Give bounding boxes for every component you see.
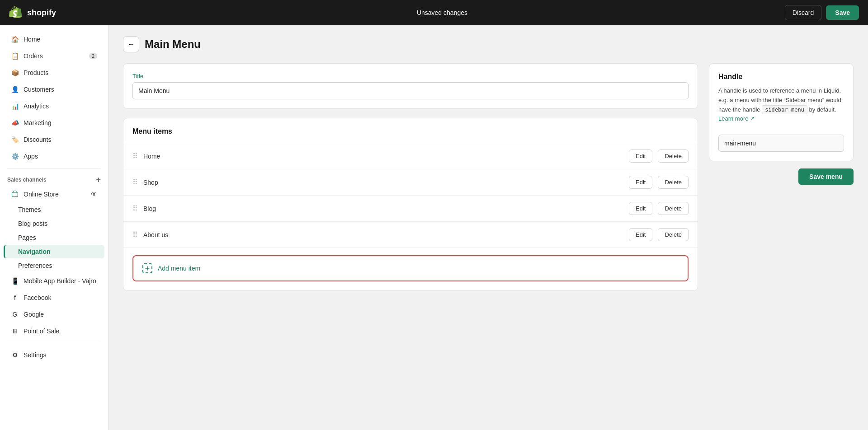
delete-about-button[interactable]: Delete (658, 228, 689, 241)
marketing-icon: 📣 (11, 119, 19, 127)
google-icon: G (11, 310, 19, 318)
online-store-icon (11, 190, 19, 198)
sidebar-item-preferences[interactable]: Preferences (4, 259, 104, 272)
mobile-app-label: Mobile App Builder - Vajro (24, 277, 96, 285)
discounts-icon: 🏷️ (11, 136, 19, 144)
menu-item-name: Blog (143, 205, 623, 212)
title-input[interactable] (132, 82, 689, 99)
menu-item-name: About us (143, 231, 623, 238)
products-icon: 📦 (11, 69, 19, 77)
drag-handle-icon[interactable]: ⠿ (132, 152, 138, 160)
drag-handle-icon[interactable]: ⠿ (132, 204, 138, 213)
add-sales-channel-button[interactable]: + (96, 176, 101, 184)
menu-items-card: Menu items ⠿ Home Edit Delete ⠿ Shop Edi… (123, 118, 698, 291)
table-row: ⠿ About us Edit Delete (123, 222, 698, 248)
sidebar-item-label: Orders (24, 52, 43, 60)
customers-icon: 👤 (11, 85, 19, 93)
navigation-label: Navigation (18, 248, 51, 255)
edit-about-button[interactable]: Edit (629, 228, 652, 241)
back-arrow-icon: ← (127, 40, 135, 48)
edit-shop-button[interactable]: Edit (629, 176, 652, 189)
topbar-unsaved-label: Unsaved changes (99, 9, 785, 16)
save-button[interactable]: Save (826, 5, 859, 20)
handle-description: A handle is used to reference a menu in … (718, 86, 844, 124)
preferences-label: Preferences (18, 262, 52, 269)
sidebar-item-online-store[interactable]: Online Store 👁 (4, 186, 104, 202)
home-icon: 🏠 (11, 35, 19, 43)
blog-posts-label: Blog posts (18, 220, 47, 227)
sidebar-item-apps[interactable]: ⚙️ Apps (4, 148, 104, 164)
handle-code-example: sidebar-menu (762, 105, 807, 114)
sidebar-item-label: Products (24, 69, 48, 76)
sidebar-item-discounts[interactable]: 🏷️ Discounts (4, 131, 104, 148)
drag-handle-icon[interactable]: ⠿ (132, 230, 138, 239)
sidebar-item-label: Apps (24, 153, 38, 160)
external-link-icon: ↗ (750, 115, 755, 122)
mobile-icon: 📱 (11, 277, 19, 285)
table-row: ⠿ Home Edit Delete (123, 143, 698, 169)
facebook-icon: f (11, 294, 19, 302)
sidebar-item-orders[interactable]: 📋 Orders 2 (4, 48, 104, 64)
add-menu-item-button[interactable]: Add menu item (132, 255, 689, 281)
menu-item-name: Shop (143, 179, 623, 186)
delete-blog-button[interactable]: Delete (658, 202, 689, 215)
add-item-dashed-icon (142, 263, 152, 273)
layout: 🏠 Home 📋 Orders 2 📦 Products 👤 Customers… (0, 25, 868, 430)
add-menu-item-label: Add menu item (158, 265, 200, 272)
sidebar-item-google[interactable]: G Google (4, 306, 104, 322)
handle-card: Handle A handle is used to reference a m… (709, 63, 854, 161)
title-card: Title (123, 63, 698, 109)
sidebar-divider-2 (7, 343, 101, 343)
content-grid: Title Menu items ⠿ Home Edit Delete ⠿ Sh… (123, 63, 854, 291)
sidebar-item-point-of-sale[interactable]: 🖥 Point of Sale (4, 323, 104, 339)
edit-blog-button[interactable]: Edit (629, 202, 652, 215)
sidebar-item-marketing[interactable]: 📣 Marketing (4, 115, 104, 131)
facebook-label: Facebook (24, 294, 51, 301)
pos-label: Point of Sale (24, 327, 59, 335)
main-content: ← Main Menu Title Menu items ⠿ Home (108, 25, 868, 430)
logo-text: shopify (27, 8, 56, 18)
handle-input[interactable] (718, 135, 844, 152)
sales-channels-section: Sales channels + (0, 172, 108, 186)
orders-icon: 📋 (11, 52, 19, 60)
topbar: shopify Unsaved changes Discard Save (0, 0, 868, 25)
sidebar-item-blog-posts[interactable]: Blog posts (4, 217, 104, 230)
sidebar-item-facebook[interactable]: f Facebook (4, 290, 104, 306)
page-title: Main Menu (145, 38, 201, 51)
topbar-actions: Discard Save (785, 5, 859, 20)
sidebar-item-home[interactable]: 🏠 Home (4, 31, 104, 47)
back-button[interactable]: ← (123, 36, 139, 52)
google-label: Google (24, 311, 44, 318)
sidebar-item-analytics[interactable]: 📊 Analytics (4, 98, 104, 114)
edit-home-button[interactable]: Edit (629, 150, 652, 163)
sidebar-item-label: Analytics (24, 103, 49, 110)
sidebar-item-mobile-app[interactable]: 📱 Mobile App Builder - Vajro (4, 273, 104, 289)
sidebar-item-customers[interactable]: 👤 Customers (4, 81, 104, 98)
sidebar-item-label: Customers (24, 86, 54, 93)
learn-more-label: Learn more (718, 115, 748, 122)
learn-more-link[interactable]: Learn more ↗ (718, 115, 755, 122)
sidebar-item-label: Marketing (24, 119, 51, 126)
table-row: ⠿ Shop Edit Delete (123, 169, 698, 196)
online-store-label: Online Store (24, 191, 59, 198)
save-menu-button[interactable]: Save menu (798, 168, 854, 185)
sidebar-item-navigation[interactable]: Navigation (4, 245, 104, 258)
discard-button[interactable]: Discard (785, 5, 821, 20)
sidebar-item-products[interactable]: 📦 Products (4, 65, 104, 81)
settings-label: Settings (24, 351, 47, 359)
pos-icon: 🖥 (11, 327, 19, 335)
sidebar-item-pages[interactable]: Pages (4, 231, 104, 244)
left-column: Title Menu items ⠿ Home Edit Delete ⠿ Sh… (123, 63, 698, 291)
drag-handle-icon[interactable]: ⠿ (132, 178, 138, 187)
delete-shop-button[interactable]: Delete (658, 176, 689, 189)
settings-icon: ⚙ (11, 351, 19, 359)
sidebar-item-themes[interactable]: Themes (4, 203, 104, 216)
page-header: ← Main Menu (123, 36, 854, 52)
sidebar-divider (7, 168, 101, 168)
sales-channels-label: Sales channels (7, 177, 47, 183)
sidebar-item-label: Discounts (24, 136, 51, 143)
handle-card-title: Handle (718, 73, 844, 81)
sidebar-item-settings[interactable]: ⚙ Settings (4, 347, 104, 363)
svg-rect-0 (12, 192, 18, 197)
delete-home-button[interactable]: Delete (658, 150, 689, 163)
